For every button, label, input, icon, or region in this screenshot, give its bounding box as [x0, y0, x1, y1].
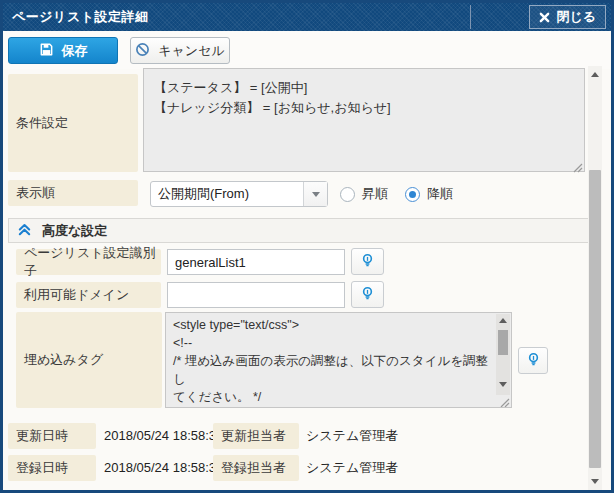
radio-descending[interactable]: 降順 [405, 183, 453, 205]
select-dropdown-button[interactable] [303, 182, 327, 206]
scroll-down-icon[interactable] [499, 382, 507, 387]
updated-by-value: システム管理者 [306, 423, 398, 449]
scrollbar-thumb[interactable] [498, 330, 508, 355]
created-by-value: システム管理者 [306, 455, 398, 481]
scrollbar-thumb[interactable] [589, 170, 601, 468]
embed-scrollbar[interactable] [496, 314, 510, 395]
domain-label: 利用可能ドメイン [16, 282, 161, 308]
radio-ascending-label: 昇順 [362, 185, 388, 203]
condition-line: 【ステータス】 = [公開中] [154, 78, 574, 98]
circle-slash-icon [135, 42, 150, 60]
updated-at-label: 更新日時 [8, 423, 96, 449]
pagelist-settings-dialog: ページリスト設定詳細 閉じる 保存 [0, 0, 614, 493]
domain-input[interactable] [167, 282, 345, 308]
radio-descending-label: 降順 [427, 185, 453, 203]
condition-label: 条件設定 [8, 74, 138, 172]
save-button[interactable]: 保存 [8, 37, 118, 64]
created-by-label: 登録担当者 [213, 455, 299, 481]
radio-circle-icon [340, 187, 355, 202]
condition-textarea[interactable]: 【ステータス】 = [公開中] 【ナレッジ分類】 = [お知らせ,お知らせ] [143, 68, 585, 172]
close-button[interactable]: 閉じる [529, 5, 606, 29]
identifier-help-button[interactable] [351, 248, 384, 275]
resize-handle[interactable] [499, 395, 510, 406]
chevron-down-icon [312, 192, 320, 197]
save-button-label: 保存 [62, 42, 88, 60]
sort-field-selected-value: 公開期間(From) [151, 185, 303, 203]
page-title: ページリスト設定詳細 [12, 8, 149, 26]
scroll-up-icon[interactable] [499, 318, 507, 323]
radio-ascending[interactable]: 昇順 [340, 183, 388, 205]
embed-code-line: /* 埋め込み画面の表示の調整は、以下のスタイルを調整し [173, 352, 491, 388]
lightbulb-icon [526, 352, 541, 370]
lightbulb-icon [360, 253, 375, 271]
cancel-button[interactable]: キャンセル [130, 37, 230, 64]
advanced-settings-title: 高度な設定 [42, 222, 107, 240]
close-button-label: 閉じる [556, 8, 596, 26]
embed-code-line: <style type="text/css"> [173, 316, 491, 334]
scroll-up-icon[interactable] [591, 72, 599, 77]
updated-by-label: 更新担当者 [213, 423, 299, 449]
titlebar-divider [470, 5, 471, 29]
embed-help-button[interactable] [518, 347, 548, 374]
condition-line: 【ナレッジ分類】 = [お知らせ,お知らせ] [154, 98, 574, 118]
double-chevron-up-icon [17, 222, 32, 240]
advanced-settings-header[interactable]: 高度な設定 [8, 218, 592, 243]
embed-tag-label: 埋め込みタグ [16, 312, 162, 408]
toolbar: 保存 キャンセル [3, 31, 611, 69]
scroll-down-icon[interactable] [591, 479, 599, 484]
updated-at-value: 2018/05/24 18:58:34 [104, 423, 223, 449]
created-at-label: 登録日時 [8, 455, 96, 481]
dialog-scrollbar[interactable] [588, 66, 602, 490]
created-at-value: 2018/05/24 18:58:34 [104, 455, 223, 481]
dialog-titlebar: ページリスト設定詳細 閉じる [3, 3, 611, 31]
embed-code-line: <!-- [173, 334, 491, 352]
identifier-label: ページリスト設定識別子 [16, 249, 161, 275]
floppy-disk-icon [39, 42, 54, 60]
embed-tag-textarea[interactable]: <style type="text/css"> <!-- /* 埋め込み画面の表… [165, 312, 512, 408]
domain-help-button[interactable] [351, 281, 384, 308]
radio-circle-checked-icon [405, 187, 420, 202]
embed-code-line: .fastanswer-embed-frame104 {width: 100%;… [173, 406, 491, 408]
cancel-button-label: キャンセル [158, 42, 225, 60]
sort-field-select[interactable]: 公開期間(From) [150, 181, 328, 207]
close-icon [539, 12, 550, 23]
embed-code-line: てください。 */ [173, 388, 491, 406]
lightbulb-icon [360, 286, 375, 304]
sort-order-label: 表示順 [8, 180, 138, 206]
resize-handle[interactable] [572, 159, 583, 170]
identifier-input[interactable] [167, 249, 345, 275]
